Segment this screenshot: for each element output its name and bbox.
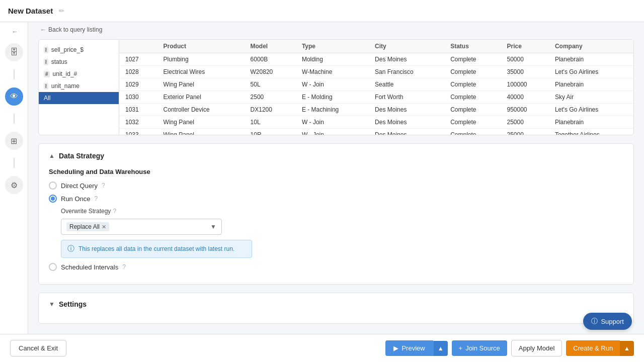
cell-type: E - Molding [296, 91, 369, 104]
cell-model: 10R [245, 129, 296, 135]
radio-scheduled-intervals[interactable]: Scheduled Intervals ? [49, 263, 623, 271]
info-text: This replaces all data in the current da… [78, 245, 234, 252]
page-title: New Dataset [8, 7, 53, 15]
th-id [119, 40, 157, 53]
play-icon: ▶ [393, 344, 398, 352]
cell-company: Planebrain [549, 78, 633, 91]
cell-company: Sky Air [549, 91, 633, 104]
radio-run-once[interactable]: Run Once ? [49, 195, 623, 203]
back-arrow-icon: ← [40, 26, 46, 33]
radio-run-once-circle[interactable] [49, 195, 57, 203]
cell-price: 50000 [501, 53, 548, 66]
settings-section: ▼ Settings [38, 293, 634, 324]
scheduled-help-icon[interactable]: ? [122, 263, 126, 270]
column-item-unit_name[interactable]: l unit_name [39, 80, 119, 92]
back-to-query-link[interactable]: ← Back to query listing [12, 28, 18, 35]
sidebar-icon-database[interactable]: 🗄 [5, 43, 23, 61]
cell-city: Des Moines [369, 116, 444, 129]
cell-company: Let's Go Airlines [549, 104, 633, 116]
radio-scheduled-circle[interactable] [49, 263, 57, 271]
scheduling-subtitle: Scheduling and Data Warehouse [49, 168, 623, 175]
support-circle-icon: ⓘ [591, 317, 598, 326]
data-table: Product Model Type City Status Price Com… [119, 40, 633, 135]
column-item-sell_price[interactable]: l sell_price_$ [39, 44, 119, 56]
dropdown-tag-replace-all: Replace All ✕ [66, 222, 109, 231]
settings-title: Settings [59, 300, 87, 308]
th-model: Model [245, 40, 296, 53]
cell-price: 950000 [501, 104, 548, 116]
radio-direct-query-label: Direct Query [61, 182, 98, 190]
overwrite-dropdown[interactable]: Replace All ✕ ▼ [61, 219, 222, 235]
sidebar-connector-1 [14, 69, 15, 79]
preview-button[interactable]: ▶ Preview [385, 340, 433, 356]
cell-type: Molding [296, 53, 369, 66]
support-button[interactable]: ⓘ Support [583, 313, 632, 330]
sidebar-connector-2 [14, 114, 15, 124]
cell-id: 1032 [119, 116, 157, 129]
sidebar-icon-gear[interactable]: ⚙ [5, 176, 23, 194]
cell-id: 1029 [119, 78, 157, 91]
column-label-sell_price: sell_price_$ [51, 46, 84, 53]
overwrite-strategy-label: Overwrite Strategy ? [61, 208, 623, 215]
radio-scheduled-label: Scheduled Intervals [61, 263, 118, 271]
table-row: 1031 Controller Device DX1200 E - Machin… [119, 104, 633, 116]
create-run-button[interactable]: Create & Run [566, 340, 620, 356]
column-label-unit_id: unit_id_# [53, 70, 77, 77]
footer-left: Cancel & Exit [10, 340, 66, 356]
footer: Cancel & Exit ▶ Preview ▲ + Join Source … [0, 334, 644, 362]
sidebar-icon-eye[interactable]: 👁 [5, 87, 23, 106]
column-label-all: All [44, 95, 50, 102]
data-section: l sell_price_$ l status # unit_id_# l un… [38, 39, 634, 135]
cell-type: W - Join [296, 116, 369, 129]
join-source-button[interactable]: + Join Source [452, 340, 507, 356]
cell-city: Des Moines [369, 53, 444, 66]
column-item-all[interactable]: All [39, 92, 119, 104]
main-layout: ← Back to query listing 🗄 👁 ⊞ ⚙ ← Back t… [0, 22, 644, 334]
cell-product: Controller Device [157, 104, 245, 116]
cell-city: Fort Worth [369, 91, 444, 104]
radio-direct-query-circle[interactable] [49, 182, 57, 190]
cancel-exit-button[interactable]: Cancel & Exit [10, 340, 66, 356]
cell-model: 2500 [245, 91, 296, 104]
cell-model: W20820 [245, 66, 296, 78]
cell-price: 35000 [501, 66, 548, 78]
column-item-unit_id[interactable]: # unit_id_# [39, 68, 119, 80]
th-product: Product [157, 40, 245, 53]
cell-company: Let's Go Airlines [549, 66, 633, 78]
col-type-icon-sell_price: l [44, 47, 48, 53]
cell-model: DX1200 [245, 104, 296, 116]
preview-dropdown-button[interactable]: ▲ [433, 341, 448, 356]
settings-header[interactable]: ▼ Settings [49, 300, 623, 308]
column-list: l sell_price_$ l status # unit_id_# l un… [39, 40, 119, 135]
back-link-text[interactable]: ← Back to query listing [40, 26, 634, 33]
edit-icon[interactable]: ✏ [59, 7, 64, 15]
cell-id: 1028 [119, 66, 157, 78]
cell-status: Complete [444, 116, 501, 129]
sidebar-icon-layers[interactable]: ⊞ [5, 132, 23, 150]
cell-product: Electrical Wires [157, 66, 245, 78]
data-strategy-header[interactable]: ▲ Data Strategy [49, 152, 623, 160]
th-status: Status [444, 40, 501, 53]
apply-model-button[interactable]: Apply Model [511, 340, 562, 356]
run-once-help-icon[interactable]: ? [95, 195, 98, 202]
radio-direct-query[interactable]: Direct Query ? [49, 182, 623, 190]
cell-status: Complete [444, 104, 501, 116]
cell-company: Planebrain [549, 53, 633, 66]
col-type-icon-unit_name: l [44, 83, 48, 89]
cell-type: W - Join [296, 78, 369, 91]
dropdown-tag-remove[interactable]: ✕ [102, 224, 106, 230]
content-area: ← Back to query listing l sell_price_$ l… [28, 22, 644, 334]
cell-id: 1033 [119, 129, 157, 135]
cell-status: Complete [444, 66, 501, 78]
table-row: 1028 Electrical Wires W20820 W-Machine S… [119, 66, 633, 78]
create-run-dropdown-button[interactable]: ▲ [620, 341, 634, 356]
cell-price: 40000 [501, 91, 548, 104]
cell-product: Exterior Panel [157, 91, 245, 104]
cell-city: Seattle [369, 78, 444, 91]
direct-query-help-icon[interactable]: ? [102, 182, 105, 189]
column-item-status[interactable]: l status [39, 56, 119, 68]
overwrite-help-icon[interactable]: ? [113, 208, 116, 215]
info-circle-icon: ⓘ [67, 244, 74, 253]
cell-price: 25000 [501, 129, 548, 135]
cell-type: W - Join [296, 129, 369, 135]
